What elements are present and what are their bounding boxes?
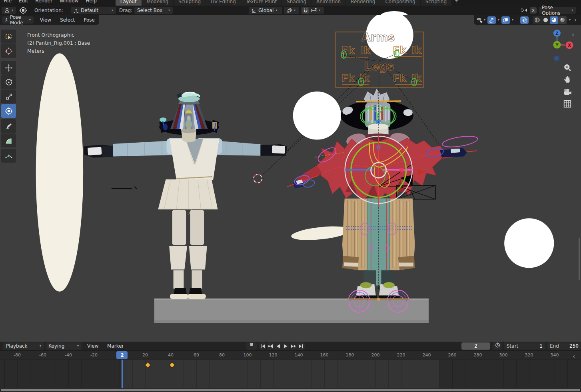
editor-type-button[interactable]: ▾ xyxy=(2,7,16,14)
ruler-tick: 220 xyxy=(397,352,405,358)
viewport-menu-select[interactable]: Select xyxy=(56,17,79,23)
jump-to-next-keyframe-button[interactable] xyxy=(290,342,297,350)
tab-rendering[interactable]: Rendering xyxy=(346,0,380,6)
zoom-button[interactable] xyxy=(562,62,573,73)
sword-control-shape[interactable] xyxy=(291,224,351,243)
mode-label: Pose Mode xyxy=(10,15,27,26)
overlays-toggle[interactable] xyxy=(501,16,510,24)
camera-view-button[interactable] xyxy=(562,87,573,97)
gizmos-dropdown[interactable]: ▾ xyxy=(497,16,501,24)
pivot-point-dropdown[interactable]: ▾ xyxy=(284,7,299,14)
tab-uv-editing[interactable]: UV Editing xyxy=(206,0,241,6)
transform-orientation-dropdown[interactable]: Global ▾ xyxy=(249,7,282,14)
visibility-dropdown[interactable]: ▾ xyxy=(475,16,487,24)
menu-render[interactable]: Render xyxy=(32,0,56,5)
pose-options-dropdown[interactable]: Pose Options ▾ xyxy=(539,7,576,14)
xray-icon xyxy=(521,17,527,23)
shading-solid-button[interactable] xyxy=(541,16,550,24)
menu-edit[interactable]: Edit xyxy=(15,0,32,5)
horizontal-scrollbar[interactable] xyxy=(1,389,580,391)
timeline-collapse-arrow[interactable]: ‹ xyxy=(573,354,575,360)
drag-dropdown[interactable]: Select Box ▾ xyxy=(134,7,173,14)
annotate-tool[interactable] xyxy=(1,119,16,133)
scale-tool[interactable] xyxy=(1,90,16,103)
proportional-edit-toggle[interactable] xyxy=(302,7,309,14)
shading-dropdown[interactable]: ▾ xyxy=(568,16,572,24)
playhead-label[interactable]: 2 xyxy=(116,351,128,359)
timeline-marker-menu[interactable]: Marker xyxy=(107,343,124,349)
mirror-x-button[interactable]: X xyxy=(530,7,537,14)
mode-dropdown[interactable]: Pose Mode ▾ xyxy=(2,16,34,24)
hand-control-circle-right[interactable] xyxy=(504,218,554,268)
timeline-view-menu[interactable]: View xyxy=(87,343,98,349)
pose-breakdowner-tool[interactable] xyxy=(1,149,16,163)
tab-layout[interactable]: Layout xyxy=(116,0,142,6)
chevron-down-icon: ▾ xyxy=(498,18,499,22)
play-reverse-button[interactable] xyxy=(274,342,282,350)
orientation-dropdown[interactable]: Default ▾ xyxy=(71,7,116,14)
play-button[interactable] xyxy=(282,342,290,350)
tab-scripting[interactable]: Scripting xyxy=(421,0,451,6)
sidebar-collapse-arrow[interactable]: ‹ xyxy=(572,32,574,38)
overlays-dropdown[interactable]: ▾ xyxy=(511,16,515,24)
hand-control-circle-left[interactable] xyxy=(293,92,341,139)
frame-start-field[interactable]: Start 1 xyxy=(504,342,545,350)
rotate-tool[interactable] xyxy=(1,75,16,89)
tab-shading[interactable]: Shading xyxy=(282,0,311,6)
viewport-scrollbar[interactable] xyxy=(579,238,580,280)
gizmos-toggle[interactable] xyxy=(487,16,496,24)
playback-dropdown[interactable]: Playback ▾ xyxy=(3,342,44,350)
3d-viewport[interactable]: Arms Legs Fk Ik Fk Ik Fk Ik Fk Ik xyxy=(0,15,581,342)
keyframe-diamond[interactable] xyxy=(169,362,175,368)
floor-plane[interactable] xyxy=(154,298,429,323)
active-tool-icon[interactable] xyxy=(19,6,27,15)
tab-texture-paint[interactable]: Texture Paint xyxy=(241,0,282,6)
menu-file[interactable]: File xyxy=(0,0,15,5)
viewport-menu-pose[interactable]: Pose xyxy=(79,17,99,23)
pan-button[interactable] xyxy=(562,74,573,85)
shading-material-button[interactable] xyxy=(550,16,558,24)
cursor-tool[interactable] xyxy=(1,44,16,58)
rig-switch-panel[interactable]: Arms Legs Fk Ik Fk Ik Fk Ik Fk Ik xyxy=(336,15,423,88)
axis-negative-handle[interactable] xyxy=(554,56,559,61)
timeline-ruler[interactable]: 2 -80-60-40-2020406080100120140160180200… xyxy=(0,350,581,359)
chevron-down-icon: ▾ xyxy=(484,18,485,22)
scene-canvas[interactable]: Arms Legs Fk Ik Fk Ik Fk Ik Fk Ik xyxy=(0,15,581,342)
move-tool[interactable] xyxy=(1,61,16,75)
tab-sculpting[interactable]: Sculpting xyxy=(174,0,206,6)
menu-window[interactable]: Window xyxy=(56,0,82,5)
tab-modeling[interactable]: Modeling xyxy=(142,0,174,6)
timeline-tracks[interactable] xyxy=(0,359,581,388)
menu-help[interactable]: Help xyxy=(82,0,100,5)
orthographic-toggle-button[interactable] xyxy=(562,99,573,109)
left-character[interactable] xyxy=(84,92,287,299)
shading-wireframe-button[interactable] xyxy=(533,16,541,24)
navigation-gizmo[interactable]: Z Y X xyxy=(541,27,577,67)
frame-end-field[interactable]: End 250 xyxy=(547,342,581,350)
auto-keying-toggle[interactable] xyxy=(246,342,257,350)
keying-dropdown[interactable]: Keying ▾ xyxy=(46,342,82,350)
snap-group[interactable]: ▾ xyxy=(301,7,324,14)
jump-to-start-button[interactable] xyxy=(259,342,267,350)
add-workspace-button[interactable]: + xyxy=(451,0,462,4)
header-expand-arrow[interactable]: › xyxy=(574,17,577,23)
frame-gridline xyxy=(235,360,235,388)
root-control-ellipse[interactable] xyxy=(36,54,83,292)
xray-toggle[interactable] xyxy=(520,16,529,24)
current-frame-field[interactable]: 2 xyxy=(461,342,490,350)
tab-animation[interactable]: Animation xyxy=(311,0,345,6)
chevron-down-icon: ▾ xyxy=(168,9,170,12)
transform-tool[interactable] xyxy=(1,104,16,118)
frame-gridline xyxy=(363,360,363,388)
pose-x-mirror-icon[interactable] xyxy=(521,7,528,14)
tab-compositing[interactable]: Compositing xyxy=(380,0,420,6)
jump-to-end-button[interactable] xyxy=(297,342,305,350)
measure-tool[interactable] xyxy=(1,133,16,147)
jump-to-prev-keyframe-button[interactable] xyxy=(267,342,274,350)
shading-rendered-button[interactable] xyxy=(558,16,567,24)
playhead-line[interactable] xyxy=(122,360,123,388)
viewport-menu-view[interactable]: View xyxy=(36,17,56,23)
snap-target-icon xyxy=(311,8,317,13)
box-select-tool[interactable] xyxy=(1,30,16,44)
preview-range-toggle[interactable] xyxy=(493,342,502,350)
